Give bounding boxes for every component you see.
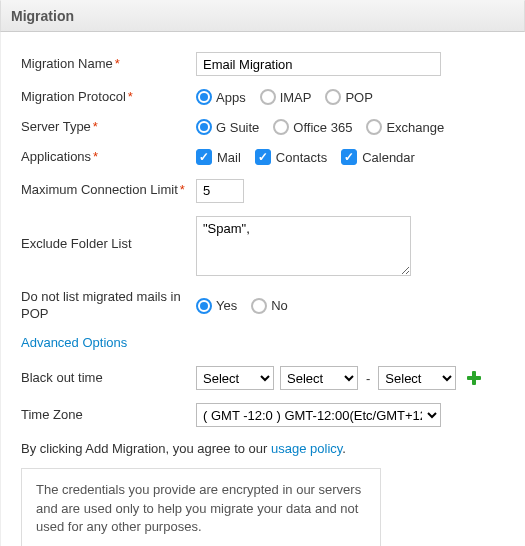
max-conn-label: Maximum Connection Limit* <box>21 182 196 199</box>
server-radio-gsuite[interactable]: G Suite <box>196 119 259 135</box>
app-check-calendar[interactable]: Calendar <box>341 149 415 165</box>
server-radio-office365[interactable]: Office 365 <box>273 119 352 135</box>
credentials-info-box: The credentials you provide are encrypte… <box>21 468 381 546</box>
agree-text: By clicking Add Migration, you agree to … <box>21 441 505 456</box>
blackout-dash: - <box>366 371 370 386</box>
protocol-radio-pop[interactable]: POP <box>325 89 372 105</box>
protocol-radio-imap[interactable]: IMAP <box>260 89 312 105</box>
radio-icon <box>196 298 212 314</box>
poplist-radio-yes[interactable]: Yes <box>196 298 237 314</box>
max-conn-input[interactable] <box>196 179 244 203</box>
radio-icon <box>196 119 212 135</box>
blackout-select-3[interactable]: Select <box>378 366 456 390</box>
timezone-select[interactable]: ( GMT -12:0 ) GMT-12:00(Etc/GMT+12) <box>196 403 441 427</box>
checkbox-icon <box>196 149 212 165</box>
radio-icon <box>196 89 212 105</box>
timezone-label: Time Zone <box>21 407 196 424</box>
checkbox-icon <box>341 149 357 165</box>
radio-icon <box>273 119 289 135</box>
migration-name-input[interactable] <box>196 52 441 76</box>
exclude-folder-label: Exclude Folder List <box>21 216 196 253</box>
blackout-select-1[interactable]: Select <box>196 366 274 390</box>
radio-icon <box>260 89 276 105</box>
applications-label: Applications* <box>21 149 196 166</box>
migration-protocol-label: Migration Protocol* <box>21 89 196 106</box>
protocol-radio-apps[interactable]: Apps <box>196 89 246 105</box>
app-check-contacts[interactable]: Contacts <box>255 149 327 165</box>
app-check-mail[interactable]: Mail <box>196 149 241 165</box>
panel-header: Migration <box>0 0 525 32</box>
panel-title: Migration <box>11 8 74 24</box>
usage-policy-link[interactable]: usage policy <box>271 441 342 456</box>
poplist-radio-no[interactable]: No <box>251 298 288 314</box>
server-type-label: Server Type* <box>21 119 196 136</box>
server-radio-exchange[interactable]: Exchange <box>366 119 444 135</box>
blackout-label: Black out time <box>21 370 196 387</box>
pop-list-label: Do not list migrated mails in POP <box>21 289 196 323</box>
exclude-folder-textarea[interactable] <box>196 216 411 276</box>
advanced-options-link[interactable]: Advanced Options <box>21 335 127 350</box>
panel-body: Migration Name* Migration Protocol* Apps… <box>0 32 525 546</box>
checkbox-icon <box>255 149 271 165</box>
radio-icon <box>325 89 341 105</box>
radio-icon <box>366 119 382 135</box>
blackout-select-2[interactable]: Select <box>280 366 358 390</box>
required-marker: * <box>115 56 120 71</box>
plus-icon[interactable] <box>466 370 482 386</box>
migration-name-label: Migration Name* <box>21 56 196 73</box>
radio-icon <box>251 298 267 314</box>
